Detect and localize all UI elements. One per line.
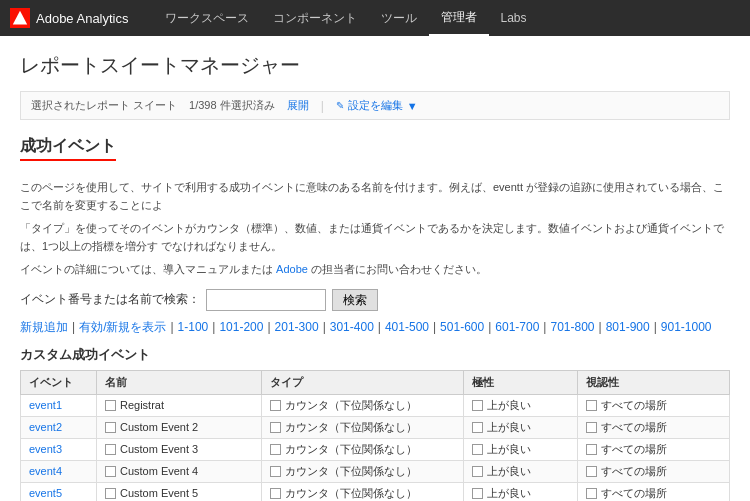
table-row: event4Custom Event 4カウンタ（下位関係なし）上が良いすべての… (21, 460, 730, 482)
adobe-icon (10, 8, 30, 28)
link-new[interactable]: 新規追加 (20, 319, 68, 336)
nav-labs[interactable]: Labs (489, 0, 539, 36)
cell-event: event5 (21, 482, 97, 501)
search-button[interactable]: 検索 (332, 289, 378, 311)
rs-separator: | (321, 99, 324, 113)
event-type: カウンタ（下位関係なし） (285, 442, 417, 457)
link-page-6[interactable]: 501-600 (440, 320, 484, 334)
name-checkbox[interactable] (105, 444, 116, 455)
rs-expand-link[interactable]: 展開 (287, 98, 309, 113)
cell-event: event2 (21, 416, 97, 438)
name-checkbox[interactable] (105, 466, 116, 477)
cell-visibility: すべての場所 (578, 460, 730, 482)
event-link[interactable]: event4 (29, 465, 62, 477)
adobe-link[interactable]: Adobe (276, 263, 308, 275)
search-label: イベント番号または名前で検索： (20, 291, 200, 308)
nav-workspace[interactable]: ワークスペース (153, 0, 261, 36)
event-name: Custom Event 3 (120, 443, 198, 455)
event-visibility: すべての場所 (601, 486, 667, 501)
polarity-checkbox[interactable] (472, 422, 483, 433)
event-link[interactable]: event1 (29, 399, 62, 411)
nav-tools[interactable]: ツール (369, 0, 429, 36)
edit-icon: ✎ (336, 100, 344, 111)
nav-components[interactable]: コンポーネント (261, 0, 369, 36)
link-page-7[interactable]: 601-700 (495, 320, 539, 334)
event-link[interactable]: event3 (29, 443, 62, 455)
table-section: カスタム成功イベント イベント 名前 タイプ 極性 視認性 event1Regi… (20, 346, 730, 501)
section-title: 成功イベント (20, 136, 116, 161)
cell-polarity: 上が良い (464, 460, 578, 482)
polarity-checkbox[interactable] (472, 488, 483, 499)
cell-name: Custom Event 4 (96, 460, 261, 482)
event-link[interactable]: event2 (29, 421, 62, 433)
cell-type: カウンタ（下位関係なし） (261, 438, 464, 460)
search-input[interactable] (206, 289, 326, 311)
link-active[interactable]: 有効/新規を表示 (79, 319, 166, 336)
link-page-10[interactable]: 901-1000 (661, 320, 712, 334)
nav-admin[interactable]: 管理者 (429, 0, 489, 36)
polarity-checkbox[interactable] (472, 466, 483, 477)
table-section-title: カスタム成功イベント (20, 346, 730, 364)
cell-visibility: すべての場所 (578, 394, 730, 416)
link-page-9[interactable]: 801-900 (606, 320, 650, 334)
polarity-checkbox[interactable] (472, 400, 483, 411)
rs-label: 選択されたレポート スイート (31, 98, 177, 113)
event-link[interactable]: event5 (29, 487, 62, 499)
type-checkbox[interactable] (270, 422, 281, 433)
cell-type: カウンタ（下位関係なし） (261, 394, 464, 416)
report-suite-bar: 選択されたレポート スイート 1/398 件選択済み 展開 | ✎ 設定を編集 … (20, 91, 730, 120)
cell-type: カウンタ（下位関係なし） (261, 416, 464, 438)
event-name: Custom Event 2 (120, 421, 198, 433)
cell-visibility: すべての場所 (578, 438, 730, 460)
col-header-visibility: 視認性 (578, 370, 730, 394)
visibility-checkbox[interactable] (586, 444, 597, 455)
search-bar: イベント番号または名前で検索： 検索 (20, 289, 730, 311)
link-page-1[interactable]: 1-100 (178, 320, 209, 334)
cell-event: event1 (21, 394, 97, 416)
link-page-8[interactable]: 701-800 (550, 320, 594, 334)
type-checkbox[interactable] (270, 444, 281, 455)
sep1: | (72, 320, 75, 334)
visibility-checkbox[interactable] (586, 488, 597, 499)
event-type: カウンタ（下位関係なし） (285, 486, 417, 501)
visibility-checkbox[interactable] (586, 400, 597, 411)
cell-type: カウンタ（下位関係なし） (261, 460, 464, 482)
main-nav: ワークスペース コンポーネント ツール 管理者 Labs (153, 0, 539, 36)
section-desc3: イベントの詳細については、導入マニュアルまたは Adobe の担当者にお問い合わ… (20, 261, 730, 279)
app-logo: Adobe Analytics (10, 8, 129, 28)
type-checkbox[interactable] (270, 488, 281, 499)
col-header-event: イベント (21, 370, 97, 394)
visibility-checkbox[interactable] (586, 466, 597, 477)
event-polarity: 上が良い (487, 398, 531, 413)
type-checkbox[interactable] (270, 466, 281, 477)
link-page-3[interactable]: 201-300 (275, 320, 319, 334)
cell-polarity: 上が良い (464, 438, 578, 460)
col-header-type: タイプ (261, 370, 464, 394)
app-header: Adobe Analytics ワークスペース コンポーネント ツール 管理者 … (0, 0, 750, 36)
cell-name: Custom Event 2 (96, 416, 261, 438)
page-title: レポートスイートマネージャー (20, 52, 730, 79)
links-bar: 新規追加 | 有効/新規を表示 | 1-100 | 101-200 | 201-… (20, 319, 730, 336)
link-page-5[interactable]: 401-500 (385, 320, 429, 334)
event-name: Custom Event 4 (120, 465, 198, 477)
type-checkbox[interactable] (270, 400, 281, 411)
polarity-checkbox[interactable] (472, 444, 483, 455)
link-page-4[interactable]: 301-400 (330, 320, 374, 334)
name-checkbox[interactable] (105, 488, 116, 499)
name-checkbox[interactable] (105, 400, 116, 411)
event-type: カウンタ（下位関係なし） (285, 398, 417, 413)
link-page-2[interactable]: 101-200 (219, 320, 263, 334)
cell-visibility: すべての場所 (578, 416, 730, 438)
event-polarity: 上が良い (487, 464, 531, 479)
event-polarity: 上が良い (487, 442, 531, 457)
visibility-checkbox[interactable] (586, 422, 597, 433)
table-row: event2Custom Event 2カウンタ（下位関係なし）上が良いすべての… (21, 416, 730, 438)
event-type: カウンタ（下位関係なし） (285, 420, 417, 435)
cell-visibility: すべての場所 (578, 482, 730, 501)
cell-name: Registrat (96, 394, 261, 416)
name-checkbox[interactable] (105, 422, 116, 433)
rs-edit-button[interactable]: ✎ 設定を編集 ▼ (336, 98, 418, 113)
section-desc1: このページを使用して、サイトで利用する成功イベントに意味のある名前を付けます。例… (20, 179, 730, 214)
rs-edit-arrow: ▼ (407, 100, 418, 112)
event-polarity: 上が良い (487, 486, 531, 501)
